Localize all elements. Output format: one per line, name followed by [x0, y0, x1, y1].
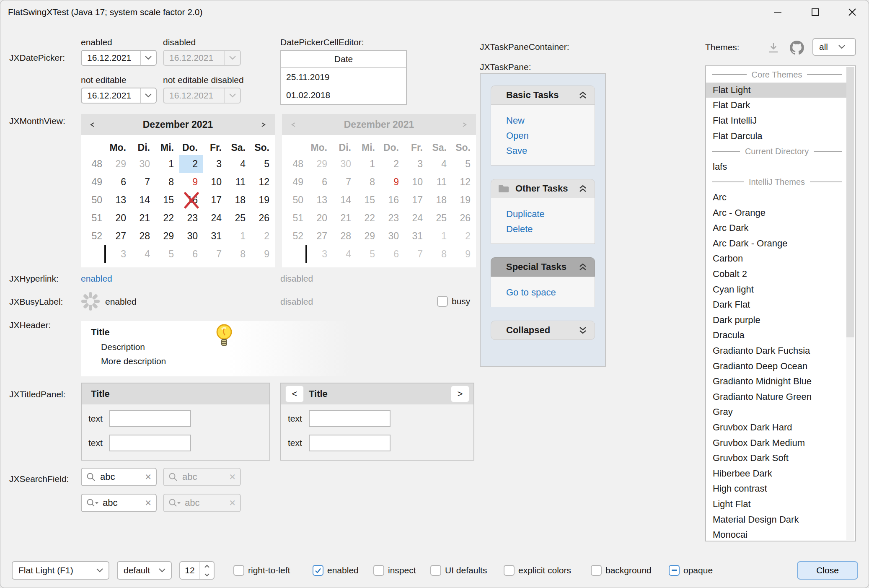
day-cell[interactable]: 24	[203, 209, 227, 227]
day-cell[interactable]: 11	[227, 173, 251, 191]
theme-item[interactable]: Cobalt 2	[706, 267, 848, 282]
task-link-open[interactable]: Open	[506, 128, 595, 143]
day-cell[interactable]: 23	[179, 209, 203, 227]
day-cell[interactable]: 8	[227, 245, 251, 263]
text-input[interactable]	[309, 435, 391, 451]
theme-item[interactable]: Flat Darcula	[706, 128, 848, 144]
task-link-go-to-space[interactable]: Go to space	[506, 285, 595, 300]
day-cell[interactable]: 22	[155, 209, 179, 227]
day-cell[interactable]: 9	[179, 173, 203, 191]
day-cell[interactable]: 13	[108, 191, 132, 209]
text-input[interactable]	[109, 410, 191, 427]
taskpane-header[interactable]: Special Tasks	[491, 257, 595, 277]
day-cell[interactable]: 21	[132, 209, 155, 227]
titledpanel-left-button[interactable]: <	[285, 386, 304, 402]
theme-item[interactable]: Monocai	[706, 527, 848, 541]
theme-item[interactable]: Hiberbee Dark	[706, 466, 848, 481]
checkbox-UI-defaults[interactable]	[430, 565, 441, 576]
taskpane-header[interactable]: Other Tasks	[491, 179, 595, 198]
day-cell[interactable]: 4	[132, 245, 155, 263]
table-row[interactable]: 25.11.2019	[281, 68, 406, 86]
search-field-with-menu[interactable]: abc ✕	[81, 494, 157, 512]
day-cell[interactable]: 7	[203, 245, 227, 263]
theme-item[interactable]: Flat IntelliJ	[706, 113, 848, 129]
checkbox-inspect[interactable]	[373, 565, 384, 576]
theme-item[interactable]: Gradianto Dark Fuchsia	[706, 343, 848, 359]
chevron-double-up-icon[interactable]	[578, 262, 588, 272]
datepicker-not-editable[interactable]: 16.12.2021	[81, 88, 157, 104]
day-cell[interactable]: 5	[251, 155, 275, 173]
spinner-up-button[interactable]	[200, 562, 214, 570]
theme-item[interactable]: Gruvbox Dark Medium	[706, 435, 848, 451]
theme-item[interactable]: High contrast	[706, 481, 848, 497]
day-cell[interactable]: 8	[155, 173, 179, 191]
day-cell[interactable]: 10	[203, 173, 227, 191]
lookandfeel-combobox[interactable]: Flat Light (F1)	[12, 561, 109, 580]
day-cell[interactable]: 29	[108, 155, 132, 173]
checkbox-explicit-colors[interactable]	[504, 565, 515, 576]
minimize-button[interactable]	[765, 0, 791, 23]
next-month-button[interactable]	[259, 122, 267, 127]
day-cell[interactable]: 17	[203, 191, 227, 209]
task-link-save[interactable]: Save	[506, 143, 595, 158]
theme-item[interactable]: Arc - Orange	[706, 205, 848, 220]
theme-item[interactable]: Gruvbox Dark Soft	[706, 451, 848, 466]
taskpane-header[interactable]: Basic Tasks	[491, 85, 595, 105]
checkbox-right-to-left[interactable]	[233, 565, 244, 576]
day-cell[interactable]: 5	[155, 245, 179, 263]
chevron-double-up-icon[interactable]	[578, 184, 588, 193]
theme-item[interactable]: Flat Light	[706, 83, 848, 98]
previous-month-button[interactable]	[88, 122, 97, 127]
day-cell[interactable]: 7	[132, 173, 155, 191]
theme-item[interactable]: Arc Dark - Orange	[706, 236, 848, 251]
day-cell[interactable]: 12	[251, 173, 275, 191]
day-cell[interactable]: 4	[227, 155, 251, 173]
task-link-new[interactable]: New	[506, 113, 595, 128]
day-cell[interactable]: 25	[227, 209, 251, 227]
day-cell[interactable]: 26	[251, 209, 275, 227]
day-cell[interactable]: 18	[227, 191, 251, 209]
theme-item[interactable]: Gradianto Deep Ocean	[706, 358, 848, 374]
theme-item[interactable]: Arc Dark	[706, 220, 848, 236]
maximize-button[interactable]	[802, 0, 828, 23]
theme-item[interactable]: Gray	[706, 404, 848, 420]
day-cell[interactable]: 28	[132, 227, 155, 245]
theme-item[interactable]: Gruvbox Dark Hard	[706, 420, 848, 435]
theme-item[interactable]: Flat Dark	[706, 98, 848, 113]
checkbox-background[interactable]	[591, 565, 602, 576]
day-cell[interactable]: 3	[108, 245, 132, 263]
day-cell[interactable]: 20	[108, 209, 132, 227]
close-window-button[interactable]	[839, 0, 865, 23]
theme-item[interactable]: Dracula	[706, 328, 848, 343]
day-cell[interactable]: 31	[203, 227, 227, 245]
theme-item[interactable]: Arc	[706, 190, 848, 205]
chevron-double-up-icon[interactable]	[578, 91, 588, 100]
download-icon[interactable]	[767, 41, 780, 54]
chevron-down-icon[interactable]	[140, 88, 156, 103]
chevron-double-down-icon[interactable]	[578, 326, 588, 335]
day-cell[interactable]: 6	[179, 245, 203, 263]
theme-item[interactable]: Carbon	[706, 251, 848, 267]
busy-checkbox[interactable]	[437, 296, 448, 307]
day-cell[interactable]: 2	[179, 155, 203, 173]
theme-item[interactable]: Light Flat	[706, 497, 848, 512]
day-cell[interactable]: 15	[155, 191, 179, 209]
theme-item[interactable]: Gradianto Nature Green	[706, 389, 848, 404]
datepicker-enabled[interactable]: 16.12.2021	[81, 50, 157, 66]
theme-item[interactable]: Gradianto Midnight Blue	[706, 374, 848, 389]
checkbox-enabled[interactable]	[313, 565, 323, 576]
font-size-spinner[interactable]: 12	[179, 561, 215, 580]
day-cell[interactable]: 9	[251, 245, 275, 263]
text-input[interactable]	[109, 435, 191, 451]
table-row[interactable]: 01.02.2018	[281, 86, 406, 104]
search-menu-icon[interactable]	[86, 498, 98, 508]
titledpanel-right-button[interactable]: >	[451, 386, 469, 402]
clear-icon[interactable]: ✕	[145, 498, 152, 508]
taskpane-header[interactable]: Collapsed	[491, 321, 595, 340]
day-cell[interactable]: 30	[132, 155, 155, 173]
day-cell[interactable]: 1	[155, 155, 179, 173]
task-link-duplicate[interactable]: Duplicate	[506, 207, 595, 222]
day-cell[interactable]: 6	[108, 173, 132, 191]
scale-combobox[interactable]: default	[117, 561, 172, 580]
day-cell[interactable]: 30	[179, 227, 203, 245]
